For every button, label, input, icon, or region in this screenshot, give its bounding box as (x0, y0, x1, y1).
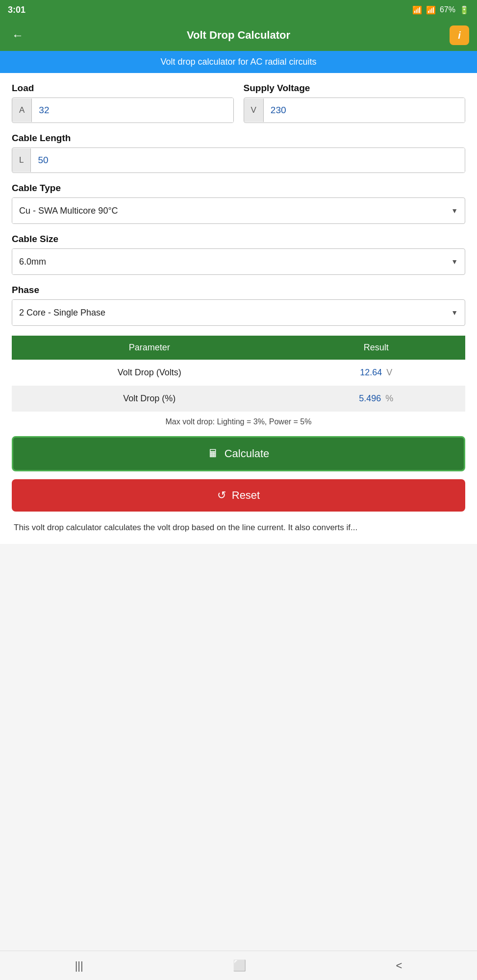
volt-drop-percent-number: 5.496 (359, 393, 381, 403)
status-icons: 📶 📶 67% 🔋 (412, 5, 469, 15)
nav-home-button[interactable]: ⬜ (221, 956, 258, 976)
main-content: Load A Supply Voltage V Cable Length L C… (0, 73, 477, 544)
cable-size-select[interactable]: 1.0mm 1.5mm 2.5mm 4.0mm 6.0mm 10mm 16mm … (12, 249, 444, 274)
max-volt-note: Max volt drop: Lighting = 3%, Power = 5% (12, 417, 465, 426)
cable-size-label: Cable Size (12, 234, 465, 245)
reset-icon: ↺ (217, 489, 226, 502)
volt-drop-percent-row: Volt Drop (%) 5.496 % (12, 386, 465, 412)
phase-select[interactable]: 2 Core - Single Phase 3 Core - Three Pha… (12, 300, 444, 325)
app-bar: ← Volt Drop Calculator i (0, 20, 477, 51)
banner-text: Volt drop calculator for AC radial circu… (160, 57, 316, 67)
banner: Volt drop calculator for AC radial circu… (0, 51, 477, 73)
load-label: Load (12, 83, 234, 94)
cable-type-select-wrapper: Cu - SWA Multicore 90°C Cu - SWA Multico… (12, 197, 465, 224)
calculate-label: Calculate (225, 447, 270, 460)
back-button[interactable]: ← (8, 26, 27, 44)
cable-length-input-wrapper: L (12, 147, 465, 173)
volt-drop-percent-unit: % (385, 393, 393, 403)
cable-type-select[interactable]: Cu - SWA Multicore 90°C Cu - SWA Multico… (12, 198, 444, 223)
load-input[interactable] (32, 98, 233, 122)
phase-label: Phase (12, 285, 465, 295)
supply-voltage-input-wrapper: V (244, 98, 466, 123)
calculate-button[interactable]: 🖩 Calculate (12, 436, 465, 471)
load-supply-row: Load A Supply Voltage V (12, 83, 465, 123)
phase-select-wrapper: 2 Core - Single Phase 3 Core - Three Pha… (12, 299, 465, 326)
phase-arrow-icon: ▼ (444, 309, 465, 317)
results-header-parameter: Parameter (12, 336, 287, 360)
volt-drop-volts-number: 12.64 (360, 368, 382, 377)
cable-length-input[interactable] (31, 148, 465, 172)
load-input-wrapper: A (12, 98, 234, 123)
calculate-icon: 🖩 (208, 447, 219, 460)
supply-voltage-label: Supply Voltage (244, 83, 466, 94)
wifi-icon: 📶 (412, 5, 422, 15)
status-time: 3:01 (8, 5, 25, 15)
footer-text-content: This volt drop calculator calculates the… (14, 523, 357, 532)
volt-drop-volts-value: 12.64 V (287, 360, 465, 386)
supply-voltage-prefix: V (244, 98, 264, 122)
info-button[interactable]: i (450, 25, 469, 45)
footer-text: This volt drop calculator calculates the… (12, 521, 465, 534)
reset-label: Reset (232, 489, 260, 502)
supply-voltage-group: Supply Voltage V (244, 83, 466, 123)
load-group: Load A (12, 83, 234, 123)
battery-label: 67% (440, 5, 455, 14)
reset-button[interactable]: ↺ Reset (12, 479, 465, 512)
volt-drop-volts-unit: V (386, 368, 392, 377)
cable-length-label: Cable Length (12, 133, 465, 144)
results-header-row: Parameter Result (12, 336, 465, 360)
cable-size-arrow-icon: ▼ (444, 258, 465, 266)
phase-section: Phase 2 Core - Single Phase 3 Core - Thr… (12, 285, 465, 326)
supply-voltage-input[interactable] (264, 98, 465, 122)
results-table: Parameter Result Volt Drop (Volts) 12.64… (12, 336, 465, 412)
cable-type-label: Cable Type (12, 183, 465, 194)
status-bar: 3:01 📶 📶 67% 🔋 (0, 0, 477, 20)
volt-drop-percent-label: Volt Drop (%) (12, 386, 287, 412)
cable-type-arrow-icon: ▼ (444, 207, 465, 215)
load-prefix: A (12, 98, 32, 122)
volt-drop-volts-row: Volt Drop (Volts) 12.64 V (12, 360, 465, 386)
app-title: Volt Drop Calculator (27, 29, 450, 42)
cable-type-section: Cable Type Cu - SWA Multicore 90°C Cu - … (12, 183, 465, 224)
battery-icon: 🔋 (459, 5, 469, 15)
signal-icon: 📶 (426, 5, 436, 15)
cable-size-section: Cable Size 1.0mm 1.5mm 2.5mm 4.0mm 6.0mm… (12, 234, 465, 275)
results-header-result: Result (287, 336, 465, 360)
cable-length-section: Cable Length L (12, 133, 465, 173)
nav-back-button[interactable]: < (384, 956, 414, 976)
volt-drop-volts-label: Volt Drop (Volts) (12, 360, 287, 386)
cable-length-prefix: L (12, 148, 31, 172)
android-nav-bar: ||| ⬜ < (0, 951, 477, 980)
cable-size-select-wrapper: 1.0mm 1.5mm 2.5mm 4.0mm 6.0mm 10mm 16mm … (12, 248, 465, 275)
volt-drop-percent-value: 5.496 % (287, 386, 465, 412)
nav-menu-button[interactable]: ||| (63, 956, 95, 976)
